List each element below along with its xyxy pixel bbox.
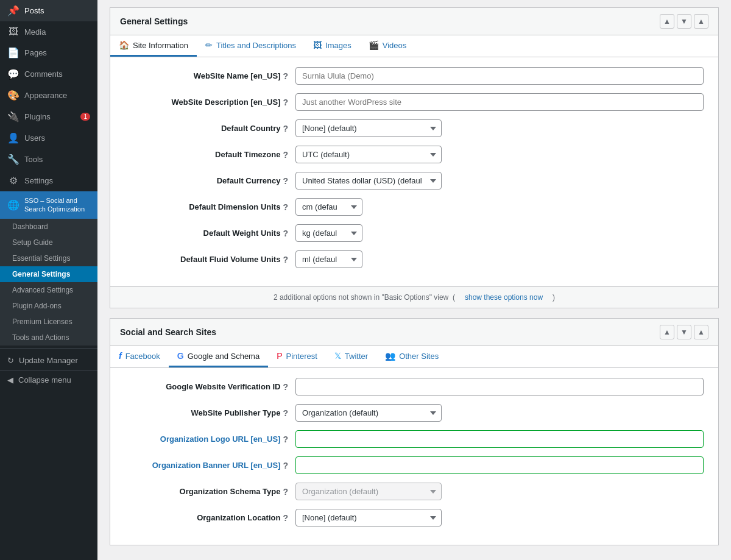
dimension-select[interactable]: cm (defau	[295, 198, 362, 216]
country-help[interactable]: ?	[283, 124, 288, 133]
website-name-help[interactable]: ?	[283, 71, 288, 81]
sidebar-item-comments[interactable]: 💬 Comments	[0, 63, 97, 85]
org-logo-link[interactable]: Organization Logo URL [en_US]	[160, 434, 281, 444]
update-label: Update Manager	[19, 356, 78, 365]
sidebar-item-users[interactable]: 👤 Users	[0, 127, 97, 149]
sidebar-item-tools[interactable]: 🔧 Tools	[0, 149, 97, 170]
org-banner-control	[295, 456, 704, 474]
social-panel-down-btn[interactable]: ▼	[677, 325, 691, 339]
plugins-icon: 🔌	[7, 111, 19, 122]
tab-twitter[interactable]: 𝕏 Twitter	[326, 346, 376, 367]
currency-control: United States dollar (USD) (defaul	[295, 172, 704, 190]
org-location-control: [None] (default)	[295, 509, 704, 526]
submenu-plugin-add-ons[interactable]: Plugin Add-ons	[0, 298, 97, 314]
social-panel-collapse-btn[interactable]: ▲	[694, 325, 708, 339]
social-panel: Social and Search Sites ▲ ▼ ▲ f Facebook…	[110, 318, 719, 545]
social-tabs: f Facebook G Google and Schema P Pintere…	[110, 346, 718, 368]
fluid-select[interactable]: ml (defaul	[295, 250, 362, 268]
update-icon: ↻	[7, 356, 14, 365]
google-verify-help[interactable]: ?	[283, 382, 288, 392]
org-banner-help[interactable]: ?	[283, 461, 288, 470]
submenu-tools-and-actions[interactable]: Tools and Actions	[0, 330, 97, 346]
google-verify-input[interactable]	[295, 378, 704, 395]
dimension-label: Default Dimension Units ?	[125, 202, 295, 212]
form-row-publisher-type: WebSite Publisher Type ? Organization (d…	[125, 404, 704, 422]
panel-collapse-btn[interactable]: ▲	[694, 14, 708, 29]
country-control: [None] (default)	[295, 119, 704, 137]
timezone-help[interactable]: ?	[283, 150, 288, 160]
footer-link[interactable]: show these options now	[455, 286, 553, 308]
submenu-general-settings[interactable]: General Settings	[0, 266, 97, 282]
sidebar-item-plugins[interactable]: 🔌 Plugins 1	[0, 106, 97, 127]
tab-site-information[interactable]: 🏠 Site Information	[110, 35, 197, 57]
currency-select[interactable]: United States dollar (USD) (defaul	[295, 172, 442, 190]
tab-facebook[interactable]: f Facebook	[110, 346, 169, 367]
panel-up-btn[interactable]: ▲	[660, 14, 674, 29]
panel-down-btn[interactable]: ▼	[677, 14, 691, 29]
org-location-select[interactable]: [None] (default)	[295, 509, 442, 526]
tab-titles-icon: ✏	[205, 40, 213, 50]
sidebar-item-label: Pages	[24, 48, 47, 57]
website-desc-help[interactable]: ?	[283, 97, 288, 107]
org-logo-help[interactable]: ?	[283, 434, 288, 444]
publisher-type-help[interactable]: ?	[283, 408, 288, 418]
tab-titles-label: Titles and Descriptions	[216, 41, 296, 50]
sidebar-item-label: Comments	[24, 69, 63, 79]
sidebar-item-label: Plugins	[24, 112, 51, 121]
general-settings-footer: 2 additional options not shown in "Basic…	[110, 286, 718, 308]
tab-titles-descriptions[interactable]: ✏ Titles and Descriptions	[197, 35, 305, 57]
tab-videos[interactable]: 🎬 Videos	[360, 35, 415, 57]
org-schema-select[interactable]: Organization (default)	[295, 483, 442, 500]
form-row-country: Default Country ? [None] (default)	[125, 119, 704, 137]
org-location-help[interactable]: ?	[283, 513, 288, 523]
country-select[interactable]: [None] (default)	[295, 119, 442, 137]
weight-help[interactable]: ?	[283, 229, 288, 238]
website-desc-label: WebSite Description [en_US] ?	[125, 97, 295, 107]
facebook-icon: f	[119, 351, 122, 361]
timezone-select[interactable]: UTC (default)	[295, 146, 442, 163]
submenu-essential-settings[interactable]: Essential Settings	[0, 250, 97, 266]
sidebar-item-label: Tools	[24, 155, 43, 164]
tab-google-schema[interactable]: G Google and Schema	[169, 346, 268, 367]
collapse-label: Collapse menu	[18, 375, 71, 385]
submenu-dashboard[interactable]: Dashboard	[0, 219, 97, 235]
submenu-premium-licenses[interactable]: Premium Licenses	[0, 314, 97, 330]
weight-label: Default Weight Units ?	[125, 229, 295, 238]
fluid-help[interactable]: ?	[283, 255, 288, 264]
timezone-label: Default Timezone ?	[125, 150, 295, 160]
form-row-dimension: Default Dimension Units ? cm (defau	[125, 198, 704, 216]
weight-select[interactable]: kg (defaul	[295, 224, 362, 242]
website-desc-input[interactable]	[295, 93, 704, 111]
website-name-control	[295, 67, 704, 85]
tab-other-sites[interactable]: 👥 Other Sites	[376, 346, 447, 367]
appearance-icon: 🎨	[7, 90, 19, 101]
tab-pinterest[interactable]: P Pinterest	[268, 346, 326, 367]
org-logo-input[interactable]	[295, 430, 704, 448]
sidebar-item-pages[interactable]: 📄 Pages	[0, 42, 97, 63]
tab-images[interactable]: 🖼 Images	[305, 35, 360, 57]
sidebar-item-collapse[interactable]: ◀ Collapse menu	[0, 370, 97, 389]
sidebar-item-media[interactable]: 🖼 Media	[0, 21, 97, 42]
submenu-advanced-settings[interactable]: Advanced Settings	[0, 282, 97, 298]
publisher-type-select[interactable]: Organization (default)	[295, 404, 442, 422]
submenu-setup-guide[interactable]: Setup Guide	[0, 235, 97, 250]
sidebar-item-sso[interactable]: 🌐 SSO – Social and Search Optimization	[0, 191, 97, 219]
sidebar-item-update-manager[interactable]: ↻ Update Manager	[0, 351, 97, 370]
social-panel-up-btn[interactable]: ▲	[660, 325, 674, 339]
dimension-help[interactable]: ?	[283, 202, 288, 212]
users-icon: 👤	[7, 132, 19, 144]
website-name-input[interactable]	[295, 67, 704, 85]
org-location-label: Organization Location ?	[125, 513, 295, 523]
sidebar-item-appearance[interactable]: 🎨 Appearance	[0, 85, 97, 106]
sidebar-item-label: Posts	[24, 6, 44, 15]
sidebar-item-posts[interactable]: 📌 Posts	[0, 0, 97, 21]
google-verify-control	[295, 378, 704, 395]
sidebar-item-settings[interactable]: ⚙ Settings	[0, 170, 97, 191]
form-row-org-banner: Organization Banner URL [en_US] ?	[125, 456, 704, 474]
org-banner-link[interactable]: Organization Banner URL [en_US]	[152, 461, 281, 470]
main-content: General Settings ▲ ▼ ▲ 🏠 Site Informatio…	[97, 0, 731, 560]
org-banner-input[interactable]	[295, 456, 704, 474]
currency-help[interactable]: ?	[283, 176, 288, 186]
org-schema-help[interactable]: ?	[283, 487, 288, 497]
form-row-fluid: Default Fluid Volume Units ? ml (defaul	[125, 250, 704, 268]
